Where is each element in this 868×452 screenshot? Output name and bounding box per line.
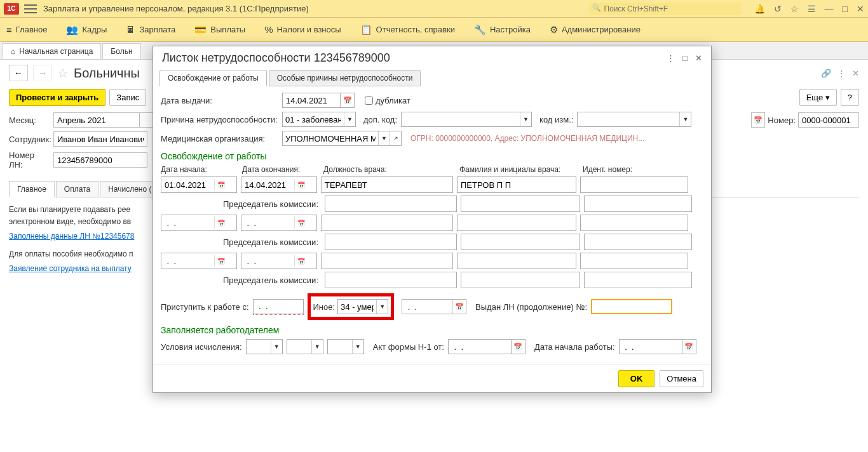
calendar-icon[interactable]: 📅	[294, 255, 307, 267]
chair-pos-3[interactable]	[325, 272, 457, 288]
ok-button[interactable]: OK	[618, 370, 655, 387]
chevron-down-icon[interactable]: ▼	[520, 112, 531, 126]
star-icon[interactable]: ☆	[790, 4, 799, 14]
position-1[interactable]	[321, 176, 453, 193]
chair-ident-3[interactable]	[584, 272, 692, 288]
chair-pos-1[interactable]	[325, 196, 457, 212]
medorg-select[interactable]	[283, 131, 378, 145]
mtab-release[interactable]: Освобождение от работы	[159, 70, 267, 86]
other-date-input[interactable]	[402, 299, 452, 314]
menu-kadry[interactable]: 👥Кадры	[66, 24, 107, 36]
doctor-2[interactable]	[457, 215, 576, 231]
ident-1[interactable]	[580, 176, 688, 193]
addcode-select[interactable]	[402, 112, 520, 126]
submit-close-button[interactable]: Провести и закрыть	[9, 89, 105, 106]
chevron-down-icon[interactable]: ▼	[311, 340, 323, 354]
mtab-reasons[interactable]: Особые причины нетрудоспособности	[269, 70, 421, 86]
doctor-1[interactable]	[457, 176, 576, 193]
start-date-1[interactable]	[165, 179, 214, 190]
return-date-input[interactable]	[253, 299, 304, 314]
more-icon[interactable]: ⋮	[837, 69, 846, 78]
sectab-main[interactable]: Главное	[9, 181, 55, 197]
calendar-icon[interactable]: 📅	[452, 299, 466, 314]
chevron-down-icon[interactable]: ▼	[679, 112, 691, 126]
ln-input[interactable]	[53, 152, 147, 168]
menu-reports[interactable]: 📋Отчетность, справки	[360, 24, 455, 36]
chgcode-select[interactable]	[578, 112, 679, 126]
end-date-2[interactable]	[245, 217, 294, 229]
calc-select-3[interactable]	[328, 340, 352, 354]
start-date-2[interactable]	[165, 217, 214, 229]
calendar-icon[interactable]: 📅	[294, 217, 307, 229]
dialog-more-icon[interactable]: ⋮	[667, 53, 675, 63]
calendar-icon[interactable]: 📅	[214, 255, 227, 267]
ident-3[interactable]	[580, 253, 688, 269]
menu-salary[interactable]: 🖩Зарплата	[126, 24, 175, 35]
dialog-close-icon[interactable]: ✕	[695, 53, 702, 63]
sectab-accrued[interactable]: Начислено (	[100, 181, 159, 197]
forward-button[interactable]: →	[33, 65, 52, 81]
month-input[interactable]	[53, 112, 140, 128]
calendar-icon[interactable]: 📅	[341, 93, 355, 108]
employee-input[interactable]	[53, 131, 147, 147]
main-menu-icon[interactable]	[24, 3, 37, 15]
calc-select-2[interactable]	[287, 340, 311, 354]
chair-ident-2[interactable]	[584, 234, 692, 250]
menu-admin[interactable]: ⚙Администрирование	[550, 24, 641, 36]
calendar-icon[interactable]: 📅	[512, 339, 526, 354]
calendar-icon[interactable]: 📅	[214, 179, 227, 190]
month-prev-icon[interactable]	[140, 112, 154, 128]
start-date-3[interactable]	[165, 255, 214, 267]
end-date-1[interactable]	[245, 179, 294, 190]
dialog-maximize-icon[interactable]: □	[682, 53, 688, 63]
history-icon[interactable]: ↺	[774, 4, 782, 14]
write-button[interactable]: Запис	[109, 89, 146, 106]
chair-pos-2[interactable]	[325, 234, 457, 250]
calendar-icon[interactable]: 📅	[682, 339, 696, 354]
bell-icon[interactable]: 🔔	[754, 4, 765, 14]
link-icon[interactable]: 🔗	[821, 69, 831, 78]
position-3[interactable]	[321, 253, 453, 269]
number-input[interactable]	[798, 112, 859, 128]
ident-2[interactable]	[580, 215, 688, 231]
calendar-icon[interactable]: 📅	[294, 179, 307, 190]
cont-number-input[interactable]	[591, 299, 672, 314]
chair-name-3[interactable]	[461, 272, 580, 288]
menu-taxes[interactable]: %Налоги и взносы	[264, 24, 341, 35]
position-2[interactable]	[321, 215, 453, 231]
close-page-icon[interactable]: ✕	[852, 69, 859, 78]
global-search-input[interactable]	[589, 3, 742, 15]
calc-select-1[interactable]	[247, 340, 271, 354]
chair-name-1[interactable]	[461, 196, 580, 212]
help-button[interactable]: ?	[841, 89, 859, 106]
back-button[interactable]: ←	[9, 65, 28, 81]
date-icon[interactable]: 📅	[751, 112, 765, 128]
act-date-input[interactable]	[448, 339, 512, 354]
duplicate-checkbox[interactable]	[365, 96, 373, 105]
favorite-icon[interactable]: ☆	[57, 65, 69, 81]
end-date-3[interactable]	[245, 255, 294, 267]
chevron-down-icon[interactable]: ▼	[376, 300, 388, 314]
menu-settings[interactable]: 🔧Настройка	[474, 24, 531, 36]
reason-select[interactable]	[283, 112, 344, 126]
other-select[interactable]	[338, 300, 376, 314]
menu-main[interactable]: ≡Главное	[6, 24, 47, 35]
chevron-down-icon[interactable]: ▼	[344, 112, 355, 126]
filter-icon[interactable]: ☰	[808, 4, 816, 14]
issue-date-input[interactable]	[282, 93, 341, 108]
menu-payments[interactable]: 💳Выплаты	[194, 24, 245, 36]
chair-name-2[interactable]	[461, 234, 580, 250]
doctor-3[interactable]	[457, 253, 576, 269]
chevron-down-icon[interactable]: ▼	[271, 340, 282, 354]
sectab-payment[interactable]: Оплата	[56, 181, 98, 197]
maximize-icon[interactable]: □	[843, 4, 848, 14]
tab-start-page[interactable]: ⌂Начальная страница	[3, 43, 101, 59]
more-button[interactable]: Еще ▾	[799, 89, 837, 106]
open-icon[interactable]: ↗	[390, 131, 401, 145]
close-icon[interactable]: ✕	[857, 4, 864, 14]
chair-ident-1[interactable]	[584, 196, 692, 212]
workstart-date-input[interactable]	[619, 339, 682, 354]
cancel-button[interactable]: Отмена	[660, 370, 703, 387]
tab-sick-leave[interactable]: Больн	[102, 43, 140, 59]
chevron-down-icon[interactable]: ▼	[378, 131, 390, 145]
